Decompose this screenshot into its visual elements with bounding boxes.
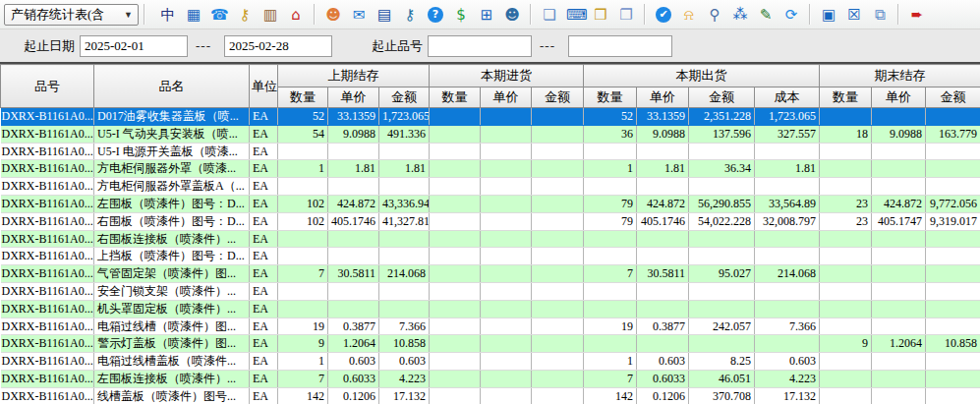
cell-name[interactable]: U5-I 电源开关盖板（喷漆... bbox=[94, 143, 250, 160]
cell-purchase-qty[interactable] bbox=[430, 353, 481, 371]
cell-end-price[interactable] bbox=[872, 230, 926, 248]
cell-code[interactable]: DXRX-B1161A0... bbox=[1, 248, 94, 265]
cell-unit[interactable]: EA bbox=[250, 160, 278, 178]
cell-ship-cost[interactable]: 33,564.89 bbox=[755, 195, 820, 212]
cell-unit[interactable]: EA bbox=[250, 212, 278, 230]
cell-unit[interactable]: EA bbox=[250, 300, 278, 317]
table-row[interactable]: DXRX-B1161A0...左围板（喷漆件）图号：D...EA102424.8… bbox=[1, 195, 980, 212]
cell-purchase-price[interactable] bbox=[481, 212, 532, 230]
cell-prev-price[interactable] bbox=[328, 230, 379, 248]
cell-name[interactable]: 电箱过线槽盖板（喷漆件... bbox=[94, 353, 250, 371]
table-row[interactable]: DXRX-B1161A0...气管固定架（喷漆件）图...EA730.58112… bbox=[1, 265, 980, 283]
cell-prev-amount[interactable]: 4.223 bbox=[379, 370, 430, 387]
cell-prev-qty[interactable]: 54 bbox=[278, 125, 328, 143]
dollar-icon[interactable]: $ bbox=[452, 6, 470, 24]
cell-ship-cost[interactable] bbox=[755, 300, 820, 317]
window-restore-icon[interactable]: ▣ bbox=[820, 6, 837, 24]
cell-end-qty[interactable] bbox=[820, 143, 872, 160]
table-row[interactable]: DXRX-B1161A0...警示灯盖板（喷漆件）图...EA91.206410… bbox=[1, 335, 980, 353]
cell-unit[interactable]: EA bbox=[250, 248, 278, 265]
cell-purchase-qty[interactable] bbox=[430, 108, 481, 126]
cell-ship-amount[interactable] bbox=[689, 143, 755, 160]
cell-end-qty[interactable]: 23 bbox=[820, 195, 872, 212]
cell-ship-price[interactable]: 1.81 bbox=[637, 160, 689, 178]
table-row[interactable]: DXRX-B1161A0...线槽盖板（喷漆件）图号...EA1420.1206… bbox=[1, 387, 980, 404]
cell-name[interactable]: 方电柜伺服器外罩盖板A（... bbox=[94, 178, 250, 196]
cell-code[interactable]: DXRX-B1161A0... bbox=[1, 160, 94, 178]
table-row[interactable]: DXRX-B1161A0...上挡板（喷漆件）图号：D...EA bbox=[1, 248, 980, 265]
cell-end-price[interactable]: 405.1747 bbox=[872, 212, 926, 230]
cell-end-price[interactable] bbox=[872, 178, 926, 196]
cell-ship-qty[interactable]: 1 bbox=[584, 160, 637, 178]
cell-purchase-amount[interactable] bbox=[532, 178, 584, 196]
cell-unit[interactable]: EA bbox=[250, 353, 278, 371]
cell-code[interactable]: DXRX-B1161A0... bbox=[1, 178, 94, 196]
cell-ship-amount[interactable] bbox=[689, 335, 755, 353]
cell-prev-amount[interactable]: 17.132 bbox=[379, 387, 430, 404]
cell-ship-amount[interactable]: 242.057 bbox=[689, 317, 755, 335]
cell-ship-qty[interactable] bbox=[584, 178, 637, 196]
cell-end-price[interactable] bbox=[872, 317, 926, 335]
cell-prev-price[interactable]: 1.81 bbox=[328, 160, 379, 178]
cell-purchase-amount[interactable] bbox=[532, 195, 584, 212]
computer-icon[interactable]: ▦ bbox=[185, 6, 202, 24]
table-row[interactable]: DXRX-B1161A0...方电柜伺服器外罩盖板A（...EA bbox=[1, 178, 980, 196]
cell-code[interactable]: DXRX-B1161A0... bbox=[1, 335, 94, 353]
cell-purchase-amount[interactable] bbox=[532, 353, 584, 371]
cell-ship-price[interactable]: 9.0988 bbox=[637, 125, 689, 143]
cell-prev-price[interactable] bbox=[328, 178, 379, 196]
cell-ship-amount[interactable]: 46.051 bbox=[689, 370, 755, 387]
cell-end-amount[interactable] bbox=[926, 230, 980, 248]
table-row[interactable]: DXRX-B1161A0...U5-I 电源开关盖板（喷漆...EA bbox=[1, 143, 980, 160]
cell-purchase-qty[interactable] bbox=[430, 335, 481, 353]
cell-code[interactable]: DXRX-B1161A0... bbox=[1, 125, 94, 143]
cell-ship-price[interactable] bbox=[637, 248, 689, 265]
cell-unit[interactable]: EA bbox=[250, 143, 278, 160]
cell-end-qty[interactable] bbox=[820, 317, 872, 335]
cell-end-amount[interactable] bbox=[926, 265, 980, 283]
cell-code[interactable]: DXRX-B1161A0... bbox=[1, 108, 94, 126]
cell-ship-qty[interactable]: 79 bbox=[584, 195, 637, 212]
cell-prev-price[interactable] bbox=[328, 282, 379, 300]
cell-name[interactable]: 机头罩固定板（喷漆件）... bbox=[94, 300, 250, 317]
cell-code[interactable]: DXRX-B1161A0... bbox=[1, 317, 94, 335]
cell-prev-qty[interactable]: 7 bbox=[278, 370, 328, 387]
cell-unit[interactable]: EA bbox=[250, 282, 278, 300]
cell-end-amount[interactable] bbox=[926, 317, 980, 335]
cell-name[interactable]: 右围板（喷漆件）图号：D... bbox=[94, 212, 250, 230]
cell-ship-cost[interactable] bbox=[755, 178, 820, 196]
cell-prev-price[interactable]: 1.2064 bbox=[328, 335, 379, 353]
cell-purchase-price[interactable] bbox=[481, 108, 532, 126]
cell-unit[interactable]: EA bbox=[250, 230, 278, 248]
cell-ship-qty[interactable]: 7 bbox=[584, 265, 637, 283]
cell-ship-qty[interactable]: 7 bbox=[584, 370, 637, 387]
cell-prev-amount[interactable]: 491.336 bbox=[379, 125, 430, 143]
cell-prev-qty[interactable] bbox=[278, 230, 328, 248]
cell-purchase-amount[interactable] bbox=[532, 265, 584, 283]
translate-center-icon[interactable]: 中 bbox=[159, 6, 177, 24]
cell-purchase-amount[interactable] bbox=[532, 248, 584, 265]
cell-purchase-amount[interactable] bbox=[532, 282, 584, 300]
cell-prev-amount[interactable] bbox=[379, 248, 430, 265]
cell-ship-price[interactable]: 405.1746 bbox=[637, 212, 689, 230]
search-document-icon[interactable]: ⚲ bbox=[706, 6, 723, 24]
lock-key-icon[interactable]: ⚷ bbox=[236, 6, 254, 24]
cell-end-price[interactable] bbox=[872, 282, 926, 300]
cell-ship-price[interactable] bbox=[637, 178, 689, 196]
cell-ship-amount[interactable]: 2,351.228 bbox=[689, 108, 755, 126]
cell-prev-amount[interactable]: 1.81 bbox=[379, 160, 430, 178]
cell-prev-qty[interactable]: 1 bbox=[278, 160, 328, 178]
cell-ship-price[interactable] bbox=[637, 300, 689, 317]
table-row[interactable]: DXRX-B1161A0...电箱过线槽（喷漆件）图...EA190.38777… bbox=[1, 317, 980, 335]
date-from-input[interactable] bbox=[80, 35, 188, 57]
cell-end-price[interactable] bbox=[872, 265, 926, 283]
sitemap-icon[interactable]: ⁂ bbox=[731, 6, 749, 24]
cell-purchase-price[interactable] bbox=[481, 282, 532, 300]
cell-ship-cost[interactable]: 17.132 bbox=[755, 387, 820, 404]
cell-ship-qty[interactable] bbox=[584, 143, 637, 160]
cell-purchase-amount[interactable] bbox=[532, 370, 584, 387]
cell-end-amount[interactable]: 9,319.017 bbox=[926, 212, 980, 230]
cell-ship-qty[interactable] bbox=[584, 282, 637, 300]
key-icon[interactable]: ⚷ bbox=[401, 6, 419, 24]
cell-unit[interactable]: EA bbox=[250, 125, 278, 143]
